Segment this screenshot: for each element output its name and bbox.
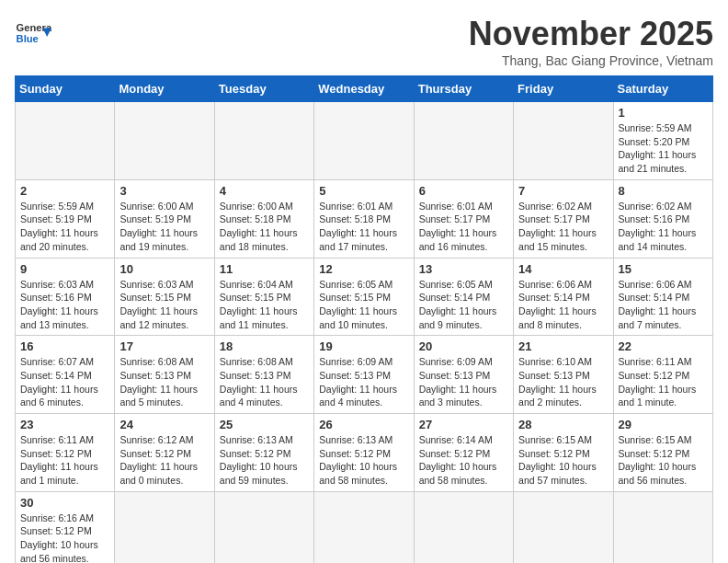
day-of-week-wednesday: Wednesday <box>314 76 414 102</box>
calendar-cell: 18Sunrise: 6:08 AM Sunset: 5:13 PM Dayli… <box>214 336 313 414</box>
calendar-cell: 11Sunrise: 6:04 AM Sunset: 5:15 PM Dayli… <box>214 258 313 336</box>
calendar-cell <box>414 102 513 180</box>
day-info: Sunrise: 5:59 AM Sunset: 5:20 PM Dayligh… <box>619 121 708 176</box>
day-info: Sunrise: 6:16 AM Sunset: 5:12 PM Dayligh… <box>20 511 109 563</box>
day-of-week-sunday: Sunday <box>16 76 115 102</box>
day-info: Sunrise: 6:14 AM Sunset: 5:12 PM Dayligh… <box>419 433 508 488</box>
calendar-cell <box>314 102 414 180</box>
day-info: Sunrise: 6:06 AM Sunset: 5:14 PM Dayligh… <box>619 278 708 332</box>
calendar-cell <box>514 102 613 180</box>
day-number: 9 <box>20 262 109 276</box>
day-number: 6 <box>419 184 508 198</box>
calendar-cell <box>214 102 313 180</box>
day-of-week-friday: Friday <box>514 76 613 102</box>
day-number: 30 <box>20 496 109 510</box>
day-of-week-saturday: Saturday <box>613 76 712 102</box>
calendar-cell: 20Sunrise: 6:09 AM Sunset: 5:13 PM Dayli… <box>414 336 513 414</box>
calendar-cell: 25Sunrise: 6:13 AM Sunset: 5:12 PM Dayli… <box>214 414 313 492</box>
calendar-cell: 1Sunrise: 5:59 AM Sunset: 5:20 PM Daylig… <box>613 102 712 180</box>
logo: General Blue <box>15 15 51 52</box>
day-number: 2 <box>20 184 109 198</box>
day-info: Sunrise: 6:03 AM Sunset: 5:16 PM Dayligh… <box>20 278 109 332</box>
day-info: Sunrise: 6:13 AM Sunset: 5:12 PM Dayligh… <box>319 433 408 488</box>
day-number: 28 <box>518 418 608 431</box>
day-info: Sunrise: 6:10 AM Sunset: 5:13 PM Dayligh… <box>518 355 608 409</box>
day-info: Sunrise: 6:01 AM Sunset: 5:17 PM Dayligh… <box>419 200 508 254</box>
calendar-cell: 23Sunrise: 6:11 AM Sunset: 5:12 PM Dayli… <box>16 414 115 492</box>
calendar-cell: 21Sunrise: 6:10 AM Sunset: 5:13 PM Dayli… <box>514 336 613 414</box>
day-info: Sunrise: 6:05 AM Sunset: 5:15 PM Dayligh… <box>319 278 408 332</box>
day-info: Sunrise: 6:09 AM Sunset: 5:13 PM Dayligh… <box>319 355 408 409</box>
day-number: 18 <box>220 339 309 353</box>
calendar-cell: 13Sunrise: 6:05 AM Sunset: 5:14 PM Dayli… <box>414 258 513 336</box>
calendar-cell: 2Sunrise: 5:59 AM Sunset: 5:19 PM Daylig… <box>16 179 115 258</box>
calendar-cell: 26Sunrise: 6:13 AM Sunset: 5:12 PM Dayli… <box>314 414 414 492</box>
day-number: 12 <box>319 262 408 276</box>
day-info: Sunrise: 6:08 AM Sunset: 5:13 PM Dayligh… <box>220 355 309 409</box>
calendar-cell <box>115 102 214 180</box>
calendar-cell <box>613 491 712 563</box>
day-number: 10 <box>119 262 209 276</box>
title-area: November 2025 Thang, Bac Giang Province,… <box>469 15 713 68</box>
day-number: 16 <box>20 339 109 353</box>
header: General Blue November 2025 Thang, Bac Gi… <box>15 15 713 68</box>
day-number: 13 <box>419 262 508 276</box>
calendar-cell: 3Sunrise: 6:00 AM Sunset: 5:19 PM Daylig… <box>115 179 214 258</box>
calendar-week-row: 1Sunrise: 5:59 AM Sunset: 5:20 PM Daylig… <box>16 102 713 180</box>
calendar-week-row: 9Sunrise: 6:03 AM Sunset: 5:16 PM Daylig… <box>16 258 713 336</box>
calendar-cell: 9Sunrise: 6:03 AM Sunset: 5:16 PM Daylig… <box>16 258 115 336</box>
day-number: 17 <box>119 339 209 353</box>
day-info: Sunrise: 6:12 AM Sunset: 5:12 PM Dayligh… <box>119 433 209 488</box>
day-info: Sunrise: 6:11 AM Sunset: 5:12 PM Dayligh… <box>619 355 708 409</box>
day-number: 24 <box>119 418 209 431</box>
day-of-week-thursday: Thursday <box>414 76 513 102</box>
day-of-week-tuesday: Tuesday <box>214 76 313 102</box>
month-title: November 2025 <box>469 15 713 53</box>
day-info: Sunrise: 6:01 AM Sunset: 5:18 PM Dayligh… <box>319 200 408 254</box>
calendar-cell <box>414 491 513 563</box>
calendar-cell: 6Sunrise: 6:01 AM Sunset: 5:17 PM Daylig… <box>414 179 513 258</box>
day-info: Sunrise: 6:06 AM Sunset: 5:14 PM Dayligh… <box>518 278 608 332</box>
day-number: 22 <box>619 339 708 353</box>
calendar-week-row: 30Sunrise: 6:16 AM Sunset: 5:12 PM Dayli… <box>16 491 713 563</box>
day-number: 26 <box>319 418 408 431</box>
day-info: Sunrise: 6:02 AM Sunset: 5:17 PM Dayligh… <box>518 200 608 254</box>
calendar-cell: 29Sunrise: 6:15 AM Sunset: 5:12 PM Dayli… <box>613 414 712 492</box>
day-info: Sunrise: 6:04 AM Sunset: 5:15 PM Dayligh… <box>220 278 309 332</box>
calendar-header-row: SundayMondayTuesdayWednesdayThursdayFrid… <box>16 76 713 102</box>
svg-text:Blue: Blue <box>17 33 39 44</box>
day-info: Sunrise: 6:02 AM Sunset: 5:16 PM Dayligh… <box>619 200 708 254</box>
day-number: 14 <box>518 262 608 276</box>
day-info: Sunrise: 6:00 AM Sunset: 5:19 PM Dayligh… <box>119 200 209 254</box>
calendar-cell <box>514 491 613 563</box>
calendar-cell: 27Sunrise: 6:14 AM Sunset: 5:12 PM Dayli… <box>414 414 513 492</box>
day-number: 1 <box>619 106 708 120</box>
calendar-cell: 28Sunrise: 6:15 AM Sunset: 5:12 PM Dayli… <box>514 414 613 492</box>
day-info: Sunrise: 6:15 AM Sunset: 5:12 PM Dayligh… <box>518 433 608 488</box>
day-number: 27 <box>419 418 508 431</box>
day-number: 29 <box>619 418 708 431</box>
calendar-cell: 24Sunrise: 6:12 AM Sunset: 5:12 PM Dayli… <box>115 414 214 492</box>
day-number: 8 <box>619 184 708 198</box>
calendar-week-row: 23Sunrise: 6:11 AM Sunset: 5:12 PM Dayli… <box>16 414 713 492</box>
day-number: 20 <box>419 339 508 353</box>
day-number: 4 <box>220 184 309 198</box>
calendar-cell: 16Sunrise: 6:07 AM Sunset: 5:14 PM Dayli… <box>16 336 115 414</box>
calendar-cell: 22Sunrise: 6:11 AM Sunset: 5:12 PM Dayli… <box>613 336 712 414</box>
day-number: 11 <box>220 262 309 276</box>
calendar-cell: 7Sunrise: 6:02 AM Sunset: 5:17 PM Daylig… <box>514 179 613 258</box>
calendar-cell <box>214 491 313 563</box>
calendar-cell <box>314 491 414 563</box>
day-number: 5 <box>319 184 408 198</box>
calendar-cell: 30Sunrise: 6:16 AM Sunset: 5:12 PM Dayli… <box>16 491 115 563</box>
calendar-cell: 8Sunrise: 6:02 AM Sunset: 5:16 PM Daylig… <box>613 179 712 258</box>
calendar-cell: 19Sunrise: 6:09 AM Sunset: 5:13 PM Dayli… <box>314 336 414 414</box>
subtitle: Thang, Bac Giang Province, Vietnam <box>469 53 713 68</box>
day-info: Sunrise: 6:08 AM Sunset: 5:13 PM Dayligh… <box>119 355 209 409</box>
day-info: Sunrise: 6:07 AM Sunset: 5:14 PM Dayligh… <box>20 355 109 409</box>
calendar-cell: 17Sunrise: 6:08 AM Sunset: 5:13 PM Dayli… <box>115 336 214 414</box>
day-of-week-monday: Monday <box>115 76 214 102</box>
day-info: Sunrise: 6:09 AM Sunset: 5:13 PM Dayligh… <box>419 355 508 409</box>
calendar-cell: 15Sunrise: 6:06 AM Sunset: 5:14 PM Dayli… <box>613 258 712 336</box>
day-info: Sunrise: 6:15 AM Sunset: 5:12 PM Dayligh… <box>619 433 708 488</box>
